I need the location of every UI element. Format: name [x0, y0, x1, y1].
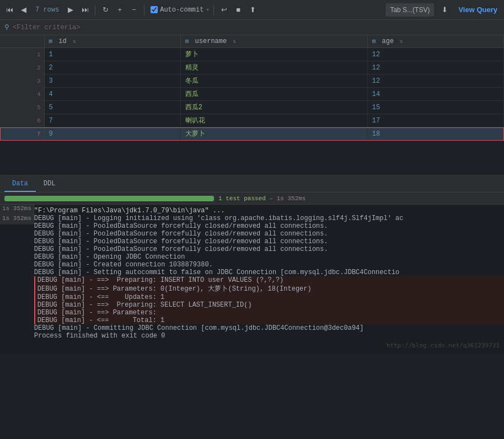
row-number: 2 [0, 61, 44, 74]
upload-icon-button[interactable]: ⬇ [438, 3, 451, 17]
console-log: "F:\Program Files\Java\jdk1.7.0_79\bin\j… [34, 207, 504, 340]
nav-last-button[interactable]: ⏭ [79, 3, 91, 17]
console-area: 1 test passed – 1s 352ms 1s 352ms 1s 352… [0, 192, 504, 354]
separator-1 [95, 5, 95, 15]
log-line: "F:\Program Files\Java\jdk1.7.0_79\bin\j… [34, 207, 504, 215]
auto-commit-arrow: ▾ [206, 6, 210, 13]
col-username-sort[interactable]: ⇅ [233, 39, 236, 45]
col-username-label: username [195, 38, 227, 45]
col-header-username: ⊞ username ⇅ [180, 35, 367, 48]
cell-age: 14 [367, 88, 503, 101]
stop-button[interactable]: ■ [232, 3, 244, 17]
table-header-row: ⊞ id ⇅ ⊞ username ⇅ ⊞ age ⇅ [0, 35, 504, 48]
cell-username: 西瓜 [180, 88, 367, 101]
nav-next-button[interactable]: ▶ [65, 3, 77, 17]
auto-commit-label: Auto-commit ▾ [151, 6, 210, 14]
table-row[interactable]: 55西瓜215 [0, 101, 504, 114]
col-age-sort[interactable]: ⇅ [400, 39, 403, 45]
row-number: 3 [0, 74, 44, 88]
tab-tsv-button[interactable]: Tab S...(TSV) [385, 3, 434, 17]
table-row[interactable]: 44西瓜14 [0, 88, 504, 101]
progress-label: 1 test passed – 1s 352ms [218, 195, 305, 202]
log-line: DEBUG [main] - <== Total: 1 [34, 317, 504, 324]
data-table-container: ⊞ id ⇅ ⊞ username ⇅ ⊞ age ⇅ 11萝卜1222精灵12… [0, 35, 504, 176]
table-row[interactable]: 79大萝卜18 [0, 127, 504, 141]
rows-count: 7 rows [32, 6, 62, 14]
log-line: DEBUG [main] - PooledDataSource forceful… [34, 245, 504, 253]
view-query-button[interactable]: View Query [455, 4, 501, 15]
progress-time: – 1s 352ms [269, 195, 305, 202]
filter-placeholder: <Filter criteria> [13, 24, 80, 31]
table-row[interactable]: 11萝卜12 [0, 48, 504, 61]
row-number: 6 [0, 114, 44, 127]
log-line: DEBUG [main] - ==> Preparing: SELECT LAS… [34, 301, 504, 309]
col-id-sort[interactable]: ⇅ [73, 39, 76, 45]
cell-username: 喇叭花 [180, 114, 367, 127]
cell-id: 2 [44, 61, 180, 74]
table-row[interactable]: 22精灵12 [0, 61, 504, 74]
col-id-label: id [58, 38, 66, 45]
time-cell-2: 1s 352ms [0, 215, 34, 224]
col-age-label: age [382, 38, 394, 45]
nav-prev-button[interactable]: ◀ [18, 3, 30, 17]
row-number: 4 [0, 88, 44, 101]
cell-id: 5 [44, 101, 180, 114]
cell-age: 15 [367, 101, 503, 114]
row-number: 1 [0, 48, 44, 61]
log-line: DEBUG [main] - Committing JDBC Connectio… [34, 324, 504, 332]
refresh-button[interactable]: ↻ [99, 3, 111, 17]
table-row[interactable]: 33冬瓜12 [0, 74, 504, 88]
col-header-id: ⊞ id ⇅ [44, 35, 180, 48]
cell-id: 1 [44, 48, 180, 61]
undo-button[interactable]: ↩ [218, 3, 230, 17]
cell-username: 萝卜 [180, 48, 367, 61]
cell-age: 12 [367, 48, 503, 61]
col-header-age: ⊞ age ⇅ [367, 35, 503, 48]
log-line: Process finished with exit code 0 [34, 332, 504, 340]
add-row-button[interactable]: + [114, 3, 126, 17]
progress-bar-container: 1 test passed – 1s 352ms [0, 192, 504, 205]
row-number: 5 [0, 101, 44, 114]
cell-id: 7 [44, 114, 180, 127]
table-row[interactable]: 67喇叭花17 [0, 114, 504, 127]
cell-username: 冬瓜 [180, 74, 367, 88]
cell-age: 17 [367, 114, 503, 127]
log-line: DEBUG [main] - <== Updates: 1 [34, 293, 504, 301]
nav-first-button[interactable]: ⏮ [3, 3, 15, 17]
separator-2 [144, 5, 144, 15]
log-line: DEBUG [main] - PooledDataSource forceful… [34, 222, 504, 230]
cell-username: 大萝卜 [180, 127, 367, 141]
row-number: 7 [0, 127, 44, 141]
cell-id: 9 [44, 127, 180, 141]
tab-ddl[interactable]: DDL [36, 176, 63, 192]
console-body: 1s 352ms 1s 352ms "F:\Program Files\Java… [0, 205, 504, 354]
log-line: DEBUG [main] - PooledDataSource forceful… [34, 238, 504, 245]
log-line: DEBUG [main] - Logging initialized using… [34, 215, 504, 222]
cell-id: 4 [44, 88, 180, 101]
col-username-icon: ⊞ [185, 38, 189, 45]
auto-commit-text: Auto-commit [160, 6, 203, 14]
log-line: DEBUG [main] - Setting autocommit to fal… [34, 269, 504, 276]
toolbar: ⏮ ◀ 7 rows ▶ ⏭ ↻ + − Auto-commit ▾ ↩ ■ ⬆… [0, 0, 504, 20]
export-button[interactable]: ⬆ [246, 3, 259, 17]
data-table: ⊞ id ⇅ ⊞ username ⇅ ⊞ age ⇅ 11萝卜1222精灵12… [0, 35, 504, 141]
log-line: DEBUG [main] - Opening JDBC Connection [34, 253, 504, 261]
cell-id: 3 [44, 74, 180, 88]
cell-username: 精灵 [180, 61, 367, 74]
table-body: 11萝卜1222精灵1233冬瓜1244西瓜1455西瓜21567喇叭花1779… [0, 48, 504, 141]
cell-age: 12 [367, 61, 503, 74]
filter-icon: ⚲ [4, 23, 9, 31]
progress-bar [4, 196, 214, 201]
minus-button[interactable]: − [128, 3, 140, 17]
left-time-column: 1s 352ms 1s 352ms [0, 205, 34, 354]
cell-age: 12 [367, 74, 503, 88]
rows-count-value: 7 rows [35, 6, 59, 14]
tab-data[interactable]: Data [4, 176, 36, 192]
console-log-container: "F:\Program Files\Java\jdk1.7.0_79\bin\j… [34, 205, 504, 354]
auto-commit-checkbox[interactable] [151, 6, 158, 13]
cell-username: 西瓜2 [180, 101, 367, 114]
log-line: DEBUG [main] - ==> Parameters: [34, 309, 504, 317]
watermark: http://blog.csdn.net/q361239731 [34, 340, 504, 351]
progress-passed: 1 test passed [218, 195, 266, 202]
log-line: DEBUG [main] - ==> Parameters: 0(Integer… [34, 284, 504, 293]
